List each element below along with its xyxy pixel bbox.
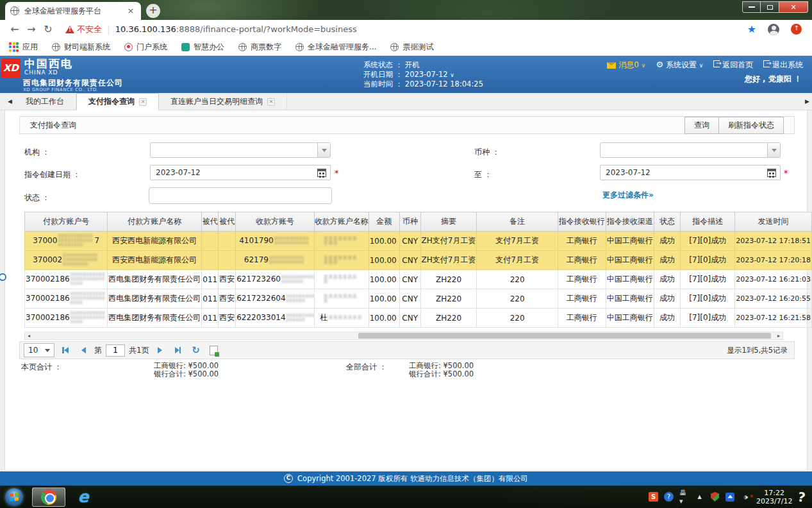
column-header[interactable]: 金额 <box>369 212 399 232</box>
security-warning-label[interactable]: 不安全 <box>77 24 102 35</box>
query-button[interactable]: 查询 <box>684 117 719 134</box>
prev-page-button[interactable] <box>76 343 90 357</box>
window-maximize-button[interactable] <box>761 1 779 13</box>
column-header[interactable]: 币种 <box>399 212 420 232</box>
workspace-tab[interactable]: 我的工作台 <box>14 93 76 110</box>
export-icon[interactable] <box>207 343 221 357</box>
tabs-scroll-left-icon[interactable]: ◀ <box>8 98 12 105</box>
refresh-status-button[interactable]: 刷新指令状态 <box>719 117 784 134</box>
column-header[interactable]: 指令接收银行 <box>558 212 606 232</box>
bookmark-item[interactable]: 智慧办公 <box>181 42 224 53</box>
tab-close-icon[interactable]: × <box>126 6 136 16</box>
more-filters-link[interactable]: 更多过滤条件» <box>602 190 654 201</box>
org-combobox[interactable] <box>150 142 331 158</box>
url-host[interactable]: 10.36.100.136 <box>115 24 176 34</box>
first-page-button[interactable] <box>58 343 72 357</box>
bookmark-item[interactable]: 商票数字 <box>238 42 281 53</box>
settings-link[interactable]: ⚙ 系统设置 ∨ <box>656 60 703 71</box>
table-row[interactable]: 370008888888888888888888888888888887西安西电… <box>25 232 812 251</box>
bookmark-item[interactable]: 财司端新系统 <box>52 42 110 53</box>
boot-date-caret-icon[interactable]: ∨ <box>450 72 454 78</box>
table-row[interactable]: 370002888888888888888888888888888888西安西电… <box>25 251 812 270</box>
table-cell: ZH220 <box>420 270 477 289</box>
sogou-tray-icon[interactable]: S <box>649 492 658 502</box>
column-header[interactable]: 备注 <box>477 212 558 232</box>
table-row[interactable]: 37000218688888888888888888888888888西电集团财… <box>25 309 812 328</box>
to-date-field[interactable] <box>600 165 781 180</box>
status-input[interactable] <box>149 187 332 204</box>
table-row[interactable]: 37000218688888888888888888888888888西电集团财… <box>25 270 812 289</box>
create-date-field[interactable] <box>150 165 331 180</box>
next-page-button[interactable] <box>153 343 167 357</box>
scroll-left-icon[interactable]: ◂ <box>28 333 30 339</box>
reload-icon[interactable]: ↻ <box>40 23 56 35</box>
horizontal-scrollbar[interactable]: ◂ ▸ <box>24 332 783 340</box>
browser-menu-update-icon[interactable] <box>791 24 802 35</box>
redacted-value: 88888888888888888 <box>286 314 315 323</box>
org-dropdown-icon[interactable] <box>317 143 330 157</box>
to-date-input[interactable] <box>601 165 754 180</box>
column-header[interactable]: 付款方账户名称 <box>108 212 202 232</box>
taskbar-chrome-button[interactable] <box>32 487 65 507</box>
bookmark-star-icon[interactable]: ★ <box>747 23 756 35</box>
back-icon[interactable]: ← <box>6 23 23 35</box>
taskbar-clock[interactable]: 17:22 2023/7/12 <box>756 489 792 505</box>
forward-icon[interactable]: → <box>23 23 40 35</box>
refresh-grid-icon[interactable]: ↻ <box>189 343 203 357</box>
page-number-input[interactable] <box>106 344 125 357</box>
create-date-label: 指令创建日期 ： <box>24 169 81 180</box>
ccy-combobox[interactable] <box>600 142 781 158</box>
bookmark-item[interactable]: 票据测试 <box>390 42 433 53</box>
workspace-tab-close-icon[interactable]: ✕ <box>139 98 147 106</box>
column-header[interactable]: 指令接收渠道 <box>606 212 654 232</box>
column-header[interactable]: 指令描述 <box>681 212 735 232</box>
profile-avatar-icon[interactable] <box>768 24 779 35</box>
home-link[interactable]: 返回首页 <box>713 60 753 71</box>
office-icon <box>181 43 190 51</box>
messages-link[interactable]: 消息0∨ <box>607 60 645 71</box>
new-tab-button[interactable]: + <box>146 4 160 18</box>
panel-collapse-handle[interactable] <box>0 273 6 281</box>
last-page-button[interactable] <box>171 343 185 357</box>
window-close-button[interactable]: ✕ <box>779 1 808 13</box>
bookmark-item[interactable]: 门户系统 <box>124 42 167 53</box>
page-size-select[interactable]: 10 <box>24 343 54 357</box>
logout-link[interactable]: 退出系统 <box>763 60 803 71</box>
scroll-right-icon[interactable]: ▸ <box>777 333 780 339</box>
workspace-tab-close-icon[interactable]: ✕ <box>267 98 275 106</box>
calendar-icon[interactable] <box>317 169 326 177</box>
ccy-dropdown-icon[interactable] <box>767 143 780 157</box>
tray-expand-icon[interactable]: ▲ <box>695 492 704 502</box>
antivirus-shield-icon[interactable] <box>710 492 720 502</box>
start-button[interactable] <box>5 488 23 506</box>
workspace-tab[interactable]: 直连账户当日交易明细查询✕ <box>159 93 287 110</box>
cloud-question-icon[interactable]: ? <box>797 489 807 505</box>
browser-tab[interactable]: 全球金融管理服务平台 × <box>5 2 141 20</box>
table-row[interactable]: 37000218688888888888888888888888888西电集团财… <box>25 289 812 309</box>
workspace-tab[interactable]: 支付指令查询✕ <box>76 93 159 110</box>
help-tray-icon[interactable]: ? <box>664 492 674 502</box>
taskbar-ie-button[interactable]: e <box>67 487 100 507</box>
bookmark-item[interactable]: 应用 <box>9 42 38 53</box>
tabs-scroll-right-icon[interactable]: ▶ <box>805 98 809 105</box>
input-method-icon[interactable] <box>725 492 735 502</box>
required-asterisk: * <box>335 168 339 178</box>
create-date-input[interactable] <box>151 165 304 180</box>
bookmark-item[interactable]: 全球金融管理服务... <box>295 42 376 53</box>
column-header[interactable]: 收款方账号 <box>236 212 314 232</box>
security-warning-icon[interactable] <box>65 26 74 33</box>
calendar-icon[interactable] <box>767 169 776 177</box>
column-header[interactable]: 摘要 <box>420 212 477 232</box>
column-header[interactable]: 付款方账户号 <box>25 212 108 232</box>
scrollbar-thumb[interactable] <box>358 333 771 339</box>
column-header[interactable]: 发送时间 <box>735 212 812 232</box>
url-path[interactable]: :8888/ifinance-portal/?workMode=business <box>176 24 357 34</box>
window-minimize-button[interactable] <box>742 1 761 13</box>
column-header[interactable]: 状态 <box>654 212 681 232</box>
bookmark-label: 智慧办公 <box>194 42 224 53</box>
column-header[interactable]: 被代 <box>219 212 236 232</box>
column-header[interactable]: 收款方账户名称 <box>314 212 369 232</box>
printer-tray-icon[interactable]: 🖶▾ <box>679 492 689 502</box>
column-header[interactable]: 被代 <box>202 212 219 232</box>
volume-muted-icon[interactable]: 🕩 <box>741 492 750 502</box>
